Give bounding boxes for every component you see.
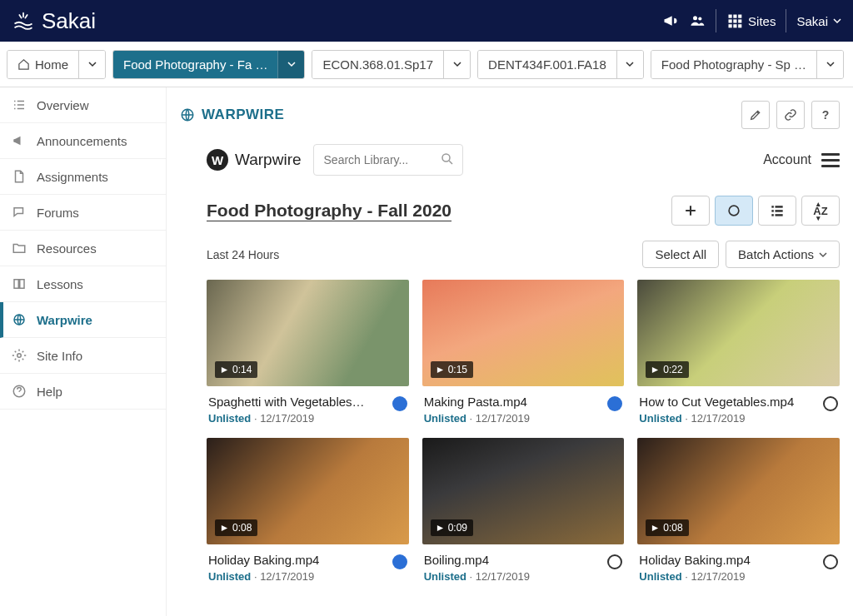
video-card: 0:08Holiday Baking.mp4Unlisted · 12/17/2… (637, 438, 840, 583)
svg-rect-3 (733, 15, 736, 18)
video-title[interactable]: Spaghetti with Vegetables… (208, 395, 386, 409)
tab-label: DENT434F.001.FA18 (488, 57, 606, 72)
sidebar-item-assignments[interactable]: Assignments (0, 159, 166, 195)
svg-rect-17 (771, 206, 774, 208)
sidebar-item-forums[interactable]: Forums (0, 195, 166, 231)
svg-rect-6 (733, 19, 736, 22)
sidebar-item-label: Help (37, 385, 62, 399)
play-icon (651, 366, 659, 374)
duration-badge: 0:15 (431, 361, 473, 378)
select-all-button[interactable]: Select All (642, 241, 719, 268)
sidebar-item-resources[interactable]: Resources (0, 231, 166, 266)
grid-icon (726, 12, 743, 29)
globe-icon (12, 312, 27, 327)
chevron-down-icon (88, 60, 97, 68)
sidebar-item-help[interactable]: Help (0, 374, 166, 410)
select-mode-button[interactable] (715, 196, 753, 226)
video-thumbnail[interactable]: 0:08 (207, 438, 409, 544)
sidebar-item-site-info[interactable]: Site Info (0, 338, 166, 374)
sort-button[interactable]: A▴▾Z (801, 196, 840, 226)
video-title[interactable]: Holiday Baking.mp4 (208, 553, 386, 567)
list-icon (12, 97, 27, 112)
sidebar-item-overview[interactable]: Overview (0, 87, 166, 123)
warpwire-logo[interactable]: W Warpwire (207, 149, 302, 171)
tab-dropdown[interactable] (78, 51, 105, 78)
video-thumbnail[interactable]: 0:08 (637, 438, 840, 544)
help-button[interactable]: ? (811, 101, 840, 129)
sites-button[interactable]: Sites (726, 12, 776, 29)
megaphone-icon (12, 133, 27, 148)
brand-text: Sakai (42, 8, 96, 34)
video-thumbnail[interactable]: 0:09 (422, 438, 625, 544)
select-toggle[interactable] (823, 396, 838, 411)
user-menu[interactable]: Sakai (796, 14, 841, 28)
svg-rect-5 (729, 19, 732, 22)
duration-text: 0:08 (232, 522, 252, 534)
site-tab[interactable]: DENT434F.001.FA18 (477, 50, 644, 79)
site-tab[interactable]: ECON.368.01.Sp17 (312, 50, 471, 79)
select-toggle[interactable] (392, 396, 407, 411)
account-menu[interactable]: Account (763, 152, 840, 167)
duration-text: 0:08 (663, 522, 682, 534)
video-title[interactable]: Holiday Baking.mp4 (639, 553, 816, 567)
users-icon[interactable] (689, 12, 706, 29)
account-label: Account (763, 152, 811, 167)
batch-actions-button[interactable]: Batch Actions (726, 241, 840, 268)
video-title[interactable]: How to Cut Vegetables.mp4 (639, 395, 816, 409)
video-title[interactable]: Boiling.mp4 (424, 553, 601, 567)
select-toggle[interactable] (392, 554, 407, 569)
video-title[interactable]: Making Pasta.mp4 (424, 395, 601, 409)
hamburger-icon (821, 153, 840, 167)
sakai-logo[interactable]: Sakai (12, 8, 96, 34)
svg-rect-9 (733, 24, 736, 27)
video-status: Unlisted (424, 412, 466, 425)
sidebar-item-announcements[interactable]: Announcements (0, 123, 166, 159)
tab-dropdown[interactable] (616, 51, 643, 78)
tab-dropdown[interactable] (277, 51, 304, 78)
sidebar-item-label: Forums (37, 206, 79, 220)
library-title[interactable]: Food Photography - Fall 2020 (207, 201, 451, 221)
video-thumbnail[interactable]: 0:15 (422, 280, 625, 386)
svg-rect-19 (771, 210, 774, 212)
select-toggle[interactable] (607, 396, 622, 411)
duration-badge: 0:22 (646, 361, 688, 378)
sidebar-item-lessons[interactable]: Lessons (0, 266, 166, 302)
folder-icon (12, 241, 27, 256)
play-icon (436, 366, 444, 374)
tab-dropdown[interactable] (816, 51, 843, 78)
chevron-down-icon (626, 60, 634, 68)
site-tabs: HomeFood Photography - Fa …ECON.368.01.S… (0, 42, 853, 87)
page-title: WARPWIRE (202, 107, 284, 123)
list-view-button[interactable] (758, 196, 796, 226)
video-card: 0:14Spaghetti with Vegetables…Unlisted ·… (207, 280, 409, 425)
megaphone-icon[interactable] (662, 12, 679, 29)
tab-dropdown[interactable] (443, 51, 470, 78)
add-media-button[interactable] (671, 196, 710, 226)
site-tab[interactable]: Food Photography - Fa … (112, 50, 305, 79)
video-grid: 0:14Spaghetti with Vegetables…Unlisted ·… (180, 276, 840, 596)
select-toggle[interactable] (823, 554, 838, 569)
video-thumbnail[interactable]: 0:14 (207, 280, 409, 386)
video-status: Unlisted (208, 412, 251, 425)
select-toggle[interactable] (607, 554, 622, 569)
video-date: 12/17/2019 (476, 412, 530, 425)
video-card: 0:22How to Cut Vegetables.mp4Unlisted · … (637, 280, 840, 425)
edit-button[interactable] (741, 101, 770, 129)
site-tab[interactable]: Food Photography - Sp … (651, 50, 844, 79)
sidebar-item-warpwire[interactable]: Warpwire (0, 302, 166, 338)
question-icon: ? (822, 108, 830, 122)
site-tab[interactable]: Home (7, 50, 106, 79)
video-meta: Unlisted · 12/17/2019 (208, 412, 386, 425)
video-card: 0:09Boiling.mp4Unlisted · 12/17/2019 (422, 438, 625, 583)
content-area: WARPWIRE ? W Warpwire Account Food Photo… (167, 87, 853, 616)
video-thumbnail[interactable]: 0:22 (637, 280, 840, 386)
duration-badge: 0:08 (646, 519, 688, 536)
pencil-icon (749, 108, 762, 122)
search-icon[interactable] (440, 152, 455, 166)
link-button[interactable] (776, 101, 805, 129)
tab-label: Food Photography - Sp … (661, 57, 806, 72)
video-date: 12/17/2019 (691, 412, 745, 425)
video-status: Unlisted (639, 570, 681, 583)
caret-down-icon (833, 17, 841, 25)
sidebar-item-label: Warpwire (37, 313, 92, 327)
